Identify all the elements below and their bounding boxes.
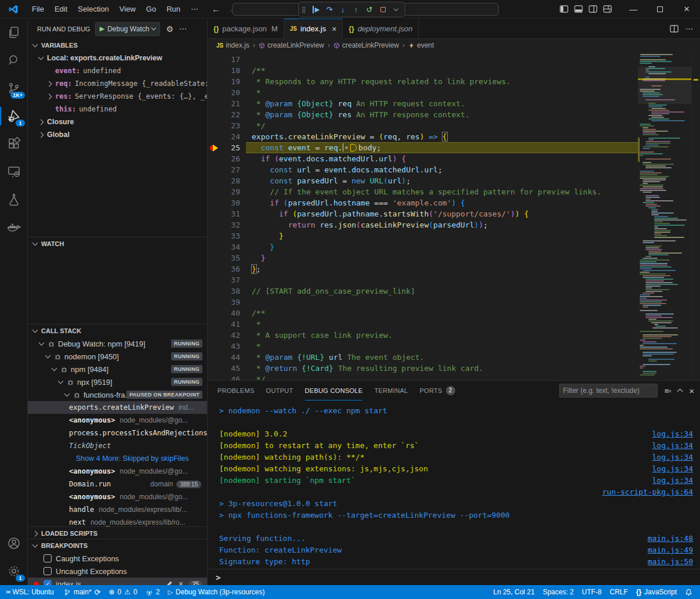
breakpoint-row[interactable]: ✓index.js×25 <box>28 578 207 585</box>
editor-gutter[interactable]: 34 <box>208 241 246 252</box>
breakpoint-margin[interactable] <box>208 230 223 241</box>
tree-chevron-icon[interactable] <box>58 378 64 384</box>
tree-chevron-icon[interactable] <box>38 132 44 138</box>
tree-chevron-icon[interactable] <box>39 340 45 346</box>
tab-index-js[interactable]: JSindex.js× <box>284 19 343 39</box>
variable-row[interactable]: req:IncomingMessage {_readableState:… <box>28 77 207 90</box>
call-stack-thread[interactable]: npm [9484]RUNNING <box>28 363 207 376</box>
menu-file[interactable]: File <box>27 3 49 16</box>
variable-row[interactable]: this:undefined <box>28 103 207 116</box>
editor-gutter[interactable]: 36 <box>208 264 246 275</box>
status-eol[interactable]: CRLF <box>605 585 632 599</box>
status-cursor-position[interactable]: Ln 25, Col 21 <box>489 585 539 599</box>
activity-extensions-icon[interactable] <box>0 130 27 158</box>
breadcrumb-item[interactable]: createLinkPreview <box>259 41 324 49</box>
breakpoint-margin[interactable] <box>208 330 223 341</box>
toolbar-grip-icon[interactable]: ⣿ <box>302 6 309 13</box>
breakpoint-margin[interactable] <box>208 252 223 264</box>
editor-gutter[interactable]: 39 <box>208 297 246 308</box>
tree-chevron-icon[interactable] <box>52 366 57 371</box>
menu-go[interactable]: Go <box>141 3 161 16</box>
edit-breakpoint-icon[interactable] <box>166 580 173 585</box>
console-source-link[interactable]: main.js:49 <box>648 544 693 556</box>
stack-frame-row[interactable]: <anonymous>node_modules/@go... <box>28 465 207 478</box>
watch-section-header[interactable]: WATCH <box>28 237 207 250</box>
breakpoint-margin[interactable] <box>208 286 223 297</box>
editor-gutter[interactable]: 25 <box>208 142 246 153</box>
breakpoint-margin[interactable] <box>208 197 223 208</box>
stack-frame-row[interactable]: Show 4 More: Skipped by skipFiles <box>28 452 207 465</box>
console-source-link[interactable]: main.js:50 <box>648 556 693 568</box>
call-stack-section-header[interactable]: CALL STACK <box>28 324 207 337</box>
panel-tab-ports[interactable]: PORTS2 <box>419 381 455 400</box>
editor-gutter[interactable]: 28 <box>208 175 246 186</box>
breadcrumb-item[interactable]: JSindex.js <box>216 41 249 49</box>
variable-row[interactable]: Local: exports.createLinkPreview <box>28 52 207 64</box>
breakpoint-margin[interactable] <box>208 54 223 65</box>
editor-gutter[interactable]: 26 <box>208 153 246 164</box>
editor-gutter[interactable]: 38 <box>208 286 246 297</box>
breakpoint-margin[interactable] <box>208 264 223 275</box>
breakpoint-margin[interactable] <box>208 120 223 131</box>
editor-gutter[interactable]: 23 <box>208 120 246 131</box>
editor-gutter[interactable]: 30 <box>208 197 246 208</box>
status-notifications[interactable] <box>681 585 697 599</box>
breakpoint-margin[interactable] <box>208 153 223 164</box>
debug-restart-button[interactable]: ↺ <box>364 4 375 16</box>
breakpoint-margin[interactable] <box>208 275 223 286</box>
debug-step-out-button[interactable]: ↑ <box>350 4 362 16</box>
panel-tab-terminal[interactable]: TERMINAL <box>374 381 408 400</box>
tab-package-json[interactable]: {}package.jsonM <box>208 19 284 38</box>
debug-stop-button[interactable] <box>377 4 389 16</box>
variables-section-header[interactable]: VARIABLES <box>28 39 207 52</box>
console-source-link[interactable]: run-script-pkg.js:64 <box>602 486 693 498</box>
stack-frame-row[interactable]: TickObject <box>28 439 207 452</box>
panel-tab-output[interactable]: OUTPUT <box>266 381 293 400</box>
activity-docker-icon[interactable] <box>0 214 27 241</box>
breakpoint-margin[interactable] <box>208 352 223 363</box>
variable-row[interactable]: Global <box>28 128 207 141</box>
minimize-button[interactable]: — <box>620 0 647 18</box>
editor-gutter[interactable]: 42 <box>208 330 246 341</box>
breakpoint-row[interactable]: Caught Exceptions <box>28 552 207 565</box>
loaded-scripts-section-header[interactable]: LOADED SCRIPTS <box>28 527 207 539</box>
toggle-sidebar-icon[interactable] <box>560 5 568 13</box>
console-source-link[interactable]: log.js:34 <box>652 452 693 463</box>
activity-explorer-icon[interactable] <box>0 19 27 46</box>
status-encoding[interactable]: UTF-8 <box>578 585 605 599</box>
editor-gutter[interactable]: 46 <box>208 374 246 380</box>
debug-continue-button[interactable]: ▶ <box>310 4 322 16</box>
console-source-link[interactable]: log.js:34 <box>652 475 693 486</box>
back-arrow-icon[interactable]: ← <box>212 4 220 14</box>
breakpoint-margin[interactable] <box>208 308 223 319</box>
call-stack-thread[interactable]: functions-fra...PAUSED ON BREAKPOINT <box>28 388 207 401</box>
activity-testing-icon[interactable] <box>0 186 27 214</box>
remove-breakpoint-icon[interactable]: × <box>179 579 183 585</box>
console-filter-input[interactable] <box>559 384 658 398</box>
console-source-link[interactable]: log.js:34 <box>652 440 693 452</box>
close-button[interactable]: × <box>673 0 700 18</box>
editor-gutter[interactable]: 29 <box>208 186 246 197</box>
breakpoint-margin[interactable] <box>208 87 223 98</box>
maximize-panel-icon[interactable] <box>678 388 682 394</box>
tree-chevron-icon[interactable] <box>38 119 44 125</box>
call-stack-thread[interactable]: npx [9519]RUNNING <box>28 376 207 388</box>
activity-run-debug-icon[interactable]: 1 <box>0 102 27 130</box>
stack-frame-row[interactable]: <anonymous>node_modules/@go... <box>28 490 207 503</box>
breakpoint-margin[interactable] <box>208 65 223 76</box>
breakpoint-margin[interactable] <box>208 341 223 352</box>
status-forwarded-ports[interactable]: 2 <box>142 585 164 599</box>
editor-gutter[interactable]: 21 <box>208 98 246 109</box>
breadcrumb-item[interactable]: createLinkPreview <box>333 41 399 49</box>
editor-gutter[interactable]: 43 <box>208 341 246 352</box>
toggle-panel-icon[interactable] <box>574 5 583 13</box>
editor-gutter[interactable]: 17 <box>208 54 246 65</box>
clear-console-icon[interactable]: ≡x <box>665 387 672 395</box>
menu-[interactable]: ⋯ <box>186 3 204 16</box>
editor-gutter[interactable]: 31 <box>208 208 246 219</box>
start-debug-icon[interactable]: ▶ <box>100 25 104 33</box>
stack-frame-row[interactable]: handlenode_modules/express/lib/... <box>28 503 207 516</box>
debug-settings-gear-icon[interactable]: ⚙ <box>166 24 173 34</box>
editor-gutter[interactable]: 40 <box>208 308 246 319</box>
editor-gutter[interactable]: 44 <box>208 352 246 363</box>
